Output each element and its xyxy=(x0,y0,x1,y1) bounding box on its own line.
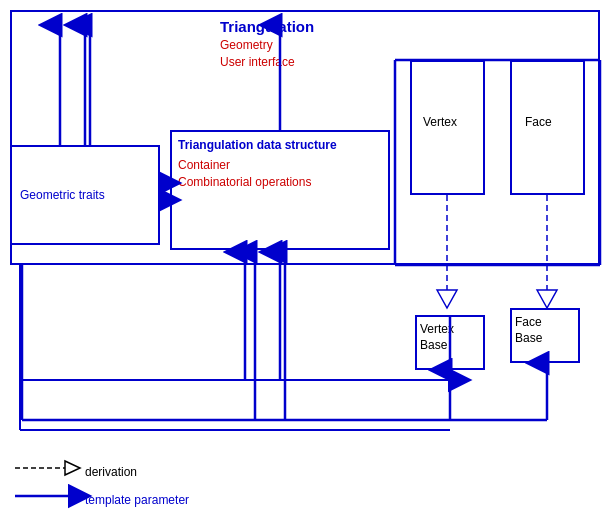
face-base-label: Face Base xyxy=(515,315,542,346)
tds-combinatorial: Combinatorial operations xyxy=(178,175,311,189)
vertex-base-label: Vertex Base xyxy=(420,322,454,353)
svg-marker-19 xyxy=(537,290,557,308)
face-label: Face xyxy=(525,115,552,129)
tds-container: Container xyxy=(178,158,230,172)
triangulation-geometry: Geometry xyxy=(220,38,273,52)
vertex-label: Vertex xyxy=(423,115,457,129)
triangulation-ui: User interface xyxy=(220,55,295,69)
geometric-traits-label: Geometric traits xyxy=(20,188,105,202)
svg-marker-34 xyxy=(65,461,80,475)
template-param-label: template parameter xyxy=(85,493,189,507)
diagram-container: Triangulation Geometry User interface Tr… xyxy=(0,0,616,524)
derivation-label: derivation xyxy=(85,465,137,479)
tds-title: Triangulation data structure xyxy=(178,138,337,152)
svg-marker-17 xyxy=(437,290,457,308)
triangulation-title: Triangulation xyxy=(220,18,314,35)
